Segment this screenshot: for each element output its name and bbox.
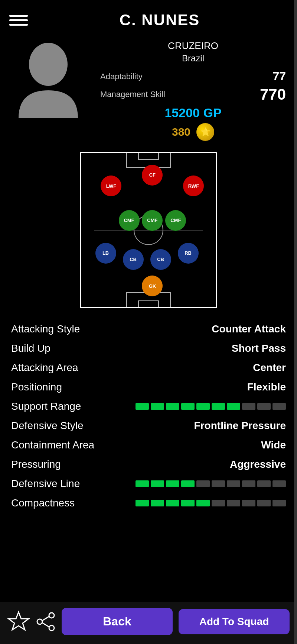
attribute-row-8: Defensive Line <box>11 474 286 493</box>
menu-icon <box>7 13 30 28</box>
player-token-rb: RB <box>178 243 199 264</box>
svg-point-2 <box>49 613 54 618</box>
bar-segment-7 <box>242 480 255 487</box>
bar-segment-0 <box>136 500 149 506</box>
player-token-cb: CB <box>123 249 144 270</box>
bar-segment-5 <box>212 403 225 410</box>
player-token-cmf: CMF <box>165 210 186 231</box>
player-token-lb: LB <box>95 243 116 264</box>
adaptability-value: 77 <box>272 70 286 83</box>
bar-segment-8 <box>257 500 271 506</box>
avatar <box>11 36 85 118</box>
add-to-squad-button[interactable]: Add To Squad <box>179 609 290 634</box>
share-icon <box>36 612 56 632</box>
player-token-lwf: LWF <box>101 176 121 196</box>
attribute-row-4: Support Range <box>11 397 286 416</box>
attr-label: Defensive Style <box>11 420 84 432</box>
attr-value: Frontline Pressure <box>194 420 286 432</box>
bar-segment-2 <box>166 480 179 487</box>
gold-coin-icon: ⭐ <box>196 123 214 141</box>
player-token-cf: CF <box>142 165 163 186</box>
bar-segment-5 <box>212 500 225 506</box>
bar-segment-4 <box>196 480 210 487</box>
menu-button[interactable] <box>7 13 30 28</box>
svg-point-0 <box>29 43 68 86</box>
attr-value: Counter Attack <box>212 323 286 335</box>
attr-label: Attacking Style <box>11 323 80 335</box>
star-icon <box>7 611 30 633</box>
bottom-nav: Back Add To Squad <box>0 602 297 644</box>
gold-row: 380 ⭐ <box>100 123 286 141</box>
management-skill-label: Management Skill <box>100 90 165 99</box>
attr-label: Positioning <box>11 381 62 393</box>
svg-line-5 <box>42 616 49 621</box>
bar-segment-9 <box>272 500 286 506</box>
bar-segment-4 <box>196 403 210 410</box>
bar-segment-8 <box>257 403 271 410</box>
player-token-cb: CB <box>150 249 171 270</box>
attribute-row-7: Pressuring Aggressive <box>11 455 286 474</box>
bar-segment-3 <box>181 500 195 506</box>
attribute-row-5: Defensive Style Frontline Pressure <box>11 416 286 435</box>
attr-label: Build Up <box>11 342 50 354</box>
bar-container <box>136 500 286 506</box>
svg-marker-1 <box>9 612 29 630</box>
attribute-row-0: Attacking Style Counter Attack <box>11 319 286 339</box>
bar-label: Defensive Line <box>11 478 80 490</box>
bar-label: Compactness <box>11 497 75 509</box>
bar-segment-6 <box>227 500 240 506</box>
bar-segment-8 <box>257 480 271 487</box>
bar-segment-6 <box>227 403 240 410</box>
attr-label: Containment Area <box>11 439 94 451</box>
back-button[interactable]: Back <box>62 608 173 635</box>
avatar-container <box>11 36 93 120</box>
attr-value: Short Pass <box>232 342 286 354</box>
country-name: Brazil <box>100 53 286 64</box>
gold-amount: 380 <box>172 126 190 138</box>
attr-value: Wide <box>261 439 286 451</box>
gp-value: 15200 GP <box>100 106 286 120</box>
management-skill-row: Management Skill 770 <box>100 86 286 103</box>
bar-segment-6 <box>227 480 240 487</box>
attribute-row-6: Containment Area Wide <box>11 435 286 455</box>
attr-value: Flexible <box>247 381 286 393</box>
formation-field: CFLWFRWFCMFCMFCMFLBCBCBRBGK <box>80 152 217 308</box>
bar-segment-3 <box>181 480 195 487</box>
bar-segment-2 <box>166 403 179 410</box>
club-name: CRUZEIRO <box>100 40 286 52</box>
attr-label: Pressuring <box>11 458 61 470</box>
player-name: C. NUNES <box>30 11 290 29</box>
bar-segment-3 <box>181 403 195 410</box>
bar-label: Support Range <box>11 400 81 412</box>
bar-segment-7 <box>242 403 255 410</box>
bar-segment-4 <box>196 500 210 506</box>
goal-small-bottom <box>138 300 159 307</box>
bar-segment-2 <box>166 500 179 506</box>
attribute-row-2: Attacking Area Center <box>11 358 286 377</box>
profile-info: CRUZEIRO Brazil Adaptability 77 Manageme… <box>93 36 286 141</box>
profile-section: CRUZEIRO Brazil Adaptability 77 Manageme… <box>0 33 297 145</box>
favorite-button[interactable] <box>7 611 30 633</box>
bar-segment-1 <box>151 480 164 487</box>
adaptability-row: Adaptability 77 <box>100 70 286 83</box>
attributes-section: Attacking Style Counter Attack Build Up … <box>0 316 297 520</box>
bar-container <box>136 480 286 487</box>
attr-label: Attacking Area <box>11 362 78 374</box>
bar-segment-0 <box>136 403 149 410</box>
svg-point-4 <box>49 625 54 631</box>
share-button[interactable] <box>36 612 56 632</box>
management-skill-value: 770 <box>260 86 286 103</box>
adaptability-label: Adaptability <box>100 72 143 81</box>
header: C. NUNES <box>0 0 297 33</box>
svg-line-6 <box>42 623 49 627</box>
player-token-rwf: RWF <box>183 176 204 196</box>
bar-segment-9 <box>272 480 286 487</box>
attribute-row-1: Build Up Short Pass <box>11 339 286 358</box>
bar-container <box>136 403 286 410</box>
right-edge-accent <box>294 0 297 644</box>
bar-segment-9 <box>272 403 286 410</box>
player-token-cmf: CMF <box>142 210 163 231</box>
bar-segment-5 <box>212 480 225 487</box>
attribute-row-9: Compactness <box>11 493 286 513</box>
bar-segment-1 <box>151 403 164 410</box>
